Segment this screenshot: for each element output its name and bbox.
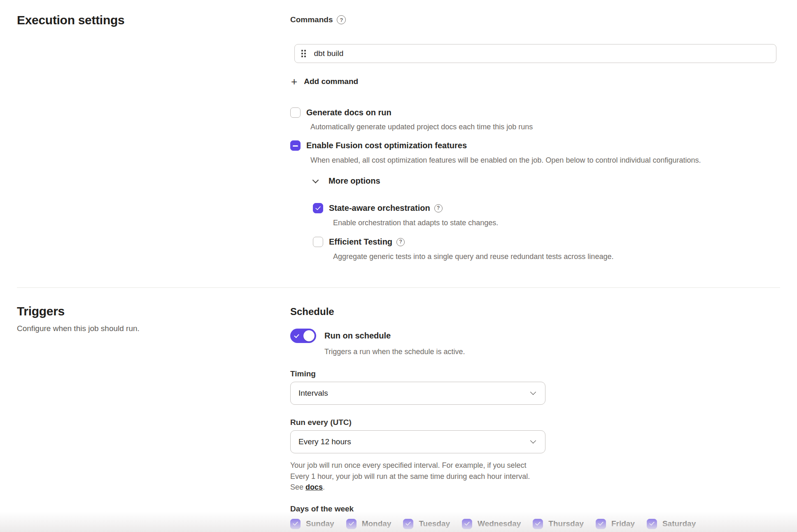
efficient-testing-description: Aggregate generic tests into a single qu… [333,252,780,261]
more-options-label: More options [329,176,380,186]
day-checkbox[interactable] [403,519,413,529]
timing-select-value: Intervals [298,389,328,398]
triggers-title: Triggers [17,304,290,318]
day-checkbox[interactable] [647,519,657,529]
day-checkbox[interactable] [290,519,301,529]
day-label: Sunday [306,519,334,528]
toggle-check-icon [294,333,299,338]
commands-help-icon[interactable]: ? [337,15,346,24]
day-option-tuesday[interactable]: Tuesday [403,519,450,529]
efficient-testing-label[interactable]: Efficient Testing ? [329,237,405,247]
state-aware-row[interactable]: State-aware orchestration ? [313,203,780,213]
fusion-checkbox[interactable] [290,140,301,151]
state-aware-help-icon[interactable]: ? [434,204,443,212]
fusion-row[interactable]: Enable Fusion cost optimization features [290,140,780,151]
day-option-saturday[interactable]: Saturday [647,519,696,529]
day-label: Wednesday [478,519,521,528]
day-option-friday[interactable]: Friday [596,519,635,529]
docs-link[interactable]: docs [305,483,323,491]
day-checkbox[interactable] [533,519,543,529]
state-aware-label[interactable]: State-aware orchestration ? [329,203,443,213]
fusion-label[interactable]: Enable Fusion cost optimization features [306,140,467,151]
triggers-left-column: Triggers Configure when this job should … [17,304,290,529]
drag-handle-icon[interactable] [301,50,306,57]
toggle-knob [303,330,315,341]
chevron-down-icon [312,177,319,183]
more-options-toggle[interactable]: More options [313,176,380,186]
command-input[interactable] [314,49,770,58]
day-option-monday[interactable]: Monday [346,519,392,529]
add-command-label: Add command [304,77,358,86]
day-label: Monday [362,519,392,528]
interval-help-before: Your job will run once every specified i… [290,461,530,491]
day-option-sunday[interactable]: Sunday [290,519,334,529]
day-label: Friday [611,519,635,528]
run-on-schedule-label[interactable]: Run on schedule [324,331,391,341]
plus-icon: + [291,76,297,87]
chevron-down-icon [530,438,536,443]
timing-select[interactable]: Intervals [290,382,545,405]
efficient-testing-help-icon[interactable]: ? [396,238,405,246]
triggers-subtitle: Configure when this job should run. [17,324,290,333]
day-checkbox[interactable] [462,519,472,529]
run-every-select-value: Every 12 hours [298,437,351,446]
execution-settings-section: Execution settings Commands ? + Add comm… [17,0,780,287]
execution-settings-title: Execution settings [17,13,290,27]
day-checkbox[interactable] [596,519,606,529]
execution-settings-left-column: Execution settings [17,13,290,261]
generate-docs-label[interactable]: Generate docs on run [306,107,392,118]
day-label: Tuesday [419,519,450,528]
day-checkbox[interactable] [346,519,357,529]
days-of-week-label: Days of the week [290,504,780,513]
run-every-label: Run every (UTC) [290,418,780,427]
commands-label-row: Commands ? [290,15,780,24]
triggers-section: Triggers Configure when this job should … [17,288,780,529]
generate-docs-checkbox[interactable] [290,107,301,118]
add-command-button[interactable]: + Add command [291,76,358,87]
generate-docs-row[interactable]: Generate docs on run [290,107,780,118]
days-of-week-row: Sunday Monday Tuesday Wednesday Thursday… [290,519,780,529]
efficient-testing-label-text: Efficient Testing [329,237,392,247]
schedule-title: Schedule [290,306,780,317]
execution-settings-right-column: Commands ? + Add command Generate docs o… [290,13,780,261]
day-option-thursday[interactable]: Thursday [533,519,584,529]
run-on-schedule-toggle[interactable] [290,329,316,343]
run-on-schedule-row[interactable]: Run on schedule [290,329,780,343]
schedule-column: Schedule Run on schedule Triggers a run … [290,304,780,529]
day-label: Saturday [662,519,696,528]
command-row [294,44,776,63]
commands-label: Commands [290,15,333,24]
job-settings-page: Execution settings Commands ? + Add comm… [0,0,797,532]
fusion-description: When enabled, all cost optimization feat… [310,156,780,165]
timing-label: Timing [290,369,780,378]
efficient-testing-checkbox[interactable] [313,237,323,247]
state-aware-description: Enable orchestration that adapts to stat… [333,218,780,227]
efficient-testing-row[interactable]: Efficient Testing ? [313,237,780,247]
generate-docs-description: Automatically generate updated project d… [310,122,780,131]
run-on-schedule-description: Triggers a run when the schedule is acti… [324,348,780,356]
interval-help-after: . [323,483,325,491]
run-every-select[interactable]: Every 12 hours [290,430,545,453]
state-aware-label-text: State-aware orchestration [329,203,430,213]
day-label: Thursday [548,519,584,528]
chevron-down-icon [530,389,536,395]
interval-help-text: Your job will run once every specified i… [290,460,537,493]
state-aware-checkbox[interactable] [313,203,323,213]
day-option-wednesday[interactable]: Wednesday [462,519,521,529]
